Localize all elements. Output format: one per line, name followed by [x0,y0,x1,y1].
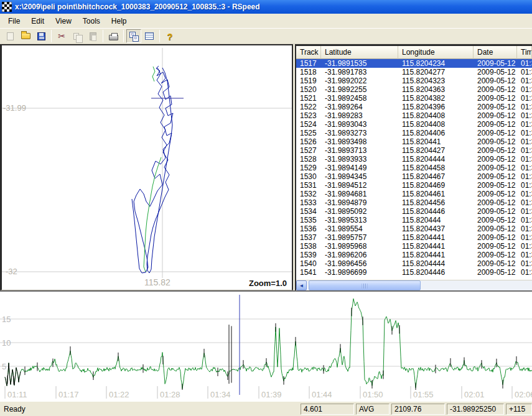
scroll-left-arrow-icon[interactable]: ◄ [296,280,307,290]
table-row[interactable]: 1521-31.9892458115.82043822009-05-1201:3 [296,94,532,103]
zoom-level-label: Zoom=1.0 [248,279,288,288]
table-row[interactable]: 1538-31.9895968115.82044412009-05-1201:3 [296,242,532,251]
cell-date: 2009-05-12 [474,198,517,207]
table-row[interactable]: 1531-31.9894512115.82044692009-05-1201:3 [296,181,532,190]
cell-longitude: 115.8204441 [398,233,474,242]
cell-track: 1534 [296,207,321,216]
table-row[interactable]: 1522-31.989264115.82043962009-05-1201:3 [296,103,532,111]
speed-chart-panel[interactable]: 1510501:1101:1701:2201:2801:3401:3901:44… [0,290,532,401]
column-header-longitude[interactable]: Longitude [398,46,474,59]
table-row[interactable]: 1526-31.9893498115.8204412009-05-1201:3 [296,137,532,146]
toolbar-button-new [2,29,17,43]
cell-time: 01:3 [517,251,532,259]
cell-time: 01:3 [517,233,532,242]
column-header-time[interactable]: Time [517,46,532,59]
cell-latitude: -31.9894879 [321,198,398,207]
cell-longitude: 115.8204458 [398,164,474,172]
table-row[interactable]: 1529-31.9894149115.82044582009-05-1201:3 [296,164,532,172]
cell-time: 01:3 [517,172,532,181]
cell-track: 1537 [296,233,321,242]
scrollbar-track[interactable] [307,280,532,290]
menu-help[interactable]: Help [106,15,133,27]
cell-track: 1535 [296,216,321,224]
cell-longitude: 115.8204323 [398,76,474,85]
table-row[interactable]: 1517-31.9891535115.82042342009-05-1201:3 [296,59,532,68]
title-bar[interactable]: x:\2009\peli point\bhitchcock_1000383_20… [0,0,532,14]
table-row[interactable]: 1532-31.9894681115.82044612009-05-1201:3 [296,190,532,198]
menu-tools[interactable]: Tools [77,15,106,27]
cell-latitude: -31.989283 [321,111,398,120]
cell-date: 2009-05-12 [474,259,517,268]
cell-longitude: 115.8204408 [398,111,474,120]
toolbar-button-save[interactable] [34,29,49,43]
table-row[interactable]: 1525-31.9893273115.82044062009-05-1201:3 [296,129,532,137]
table-row[interactable]: 1527-31.9893713115.82044272009-05-1201:3 [296,146,532,155]
column-header-date[interactable]: Date [474,46,517,59]
toolbar-separator [51,30,52,42]
table-row[interactable]: 1535-31.9895313115.8204442009-05-1201:3 [296,216,532,224]
table-row[interactable]: 1537-31.9895757115.82044412009-05-1201:3 [296,233,532,242]
cell-track: 1518 [296,68,321,76]
status-panel: 4.601 [301,404,354,415]
cell-track: 1517 [296,59,321,68]
table-body: 1517-31.9891535115.82042342009-05-1201:3… [296,59,532,280]
table-h-scrollbar[interactable]: ◄ [296,280,532,290]
table-row[interactable]: 1536-31.989554115.82044372009-05-1201:3 [296,224,532,233]
toolbar-button-open[interactable] [18,29,33,43]
svg-text:01:50: 01:50 [363,390,383,399]
toolbar-button-table-view[interactable] [142,29,157,43]
toolbar-button-split-view[interactable] [126,29,141,43]
toolbar-button-cut[interactable]: ✂ [54,29,69,43]
menu-view[interactable]: View [50,15,77,27]
table-row[interactable]: 1523-31.989283115.82044082009-05-1201:3 [296,111,532,120]
column-header-track[interactable]: Track [296,46,321,59]
svg-text:115.82: 115.82 [144,277,170,287]
cell-latitude: -31.9891535 [321,59,398,68]
cell-date: 2009-05-12 [474,68,517,76]
toolbar-button-help[interactable]: ? [162,29,177,43]
table-row[interactable]: 1534-31.9895092115.82044462009-05-1201:3 [296,207,532,216]
table-row[interactable]: 1518-31.9891783115.82042772009-05-1201:3 [296,68,532,76]
table-row[interactable]: 1540-31.9896456115.82044442009-05-1201:3 [296,259,532,268]
scrollbar-thumb[interactable] [309,280,421,290]
cell-longitude: 115.8204469 [398,181,474,190]
cell-time: 01:3 [517,85,532,94]
table-row[interactable]: 1528-31.9893933115.82044442009-05-1201:3 [296,155,532,164]
cell-date: 2009-05-12 [474,190,517,198]
split-view-icon [129,32,138,40]
status-panel: -31.98925250 [447,404,504,415]
svg-text:01:34: 01:34 [210,390,231,399]
save-icon [37,32,45,40]
cell-track: 1530 [296,172,321,181]
cell-latitude: -31.9892255 [321,85,398,94]
svg-text:01:44: 01:44 [312,390,332,399]
status-panel: 2109.76 [391,404,445,415]
column-header-latitude[interactable]: Latitude [321,46,398,59]
cell-latitude: -31.9895313 [321,216,398,224]
table-row[interactable]: 1530-31.9894345115.82044672009-05-1201:3 [296,172,532,181]
track-map-panel[interactable]: -31.99-32115.82 Zoom=1.0 [0,44,293,290]
rspeed-window: x:\2009\peli point\bhitchcock_1000383_20… [0,0,532,416]
table-row[interactable]: 1533-31.9894879115.82044562009-05-1201:3 [296,198,532,207]
copy-icon [73,33,81,40]
toolbar-button-print[interactable] [106,29,121,43]
table-row[interactable]: 1541-31.9896699115.82044462009-05-1201:3 [296,268,532,277]
track-table-panel: TrackLatitudeLongitudeDateTime 1517-31.9… [295,44,532,290]
cell-date: 2009-05-12 [474,103,517,111]
track-map-plot[interactable]: -31.99-32115.82 [2,45,292,289]
cell-track: 1540 [296,259,321,268]
speed-chart-plot[interactable]: 1510501:1101:1701:2201:2801:3401:3901:44… [0,292,532,401]
cell-longitude: 115.8204234 [398,59,474,68]
cell-longitude: 115.8204441 [398,242,474,251]
menu-edit[interactable]: Edit [26,15,50,27]
table-row[interactable]: 1520-31.9892255115.82043632009-05-1201:3 [296,85,532,94]
cell-longitude: 115.8204456 [398,198,474,207]
cell-date: 2009-05-12 [474,251,517,259]
table-row[interactable]: 1539-31.9896206115.82044412009-05-1201:3 [296,251,532,259]
table-row[interactable]: 1524-31.9893043115.82044082009-05-1201:3 [296,120,532,129]
table-row[interactable]: 1519-31.9892022115.82043232009-05-1201:3 [296,76,532,85]
toolbar-separator [103,30,103,42]
cell-time: 01:3 [517,155,532,164]
checkered-flag-icon [2,2,12,12]
menu-file[interactable]: File [2,15,26,27]
